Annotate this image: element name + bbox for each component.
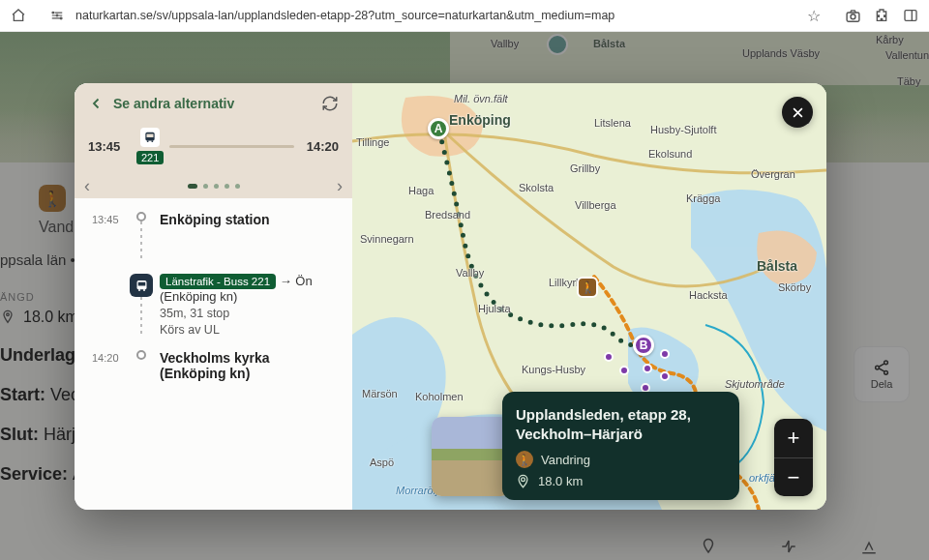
map-label: Kungs-Husby bbox=[522, 364, 585, 375]
map-label: Mil. övn.fält bbox=[454, 93, 508, 104]
trail-marker-icon[interactable]: 🚶 bbox=[577, 277, 598, 298]
close-icon[interactable] bbox=[782, 97, 813, 128]
star-icon[interactable]: ☆ bbox=[803, 5, 824, 26]
svg-rect-15 bbox=[137, 281, 145, 285]
next-trip[interactable]: › bbox=[337, 176, 343, 196]
marker-b[interactable]: B bbox=[633, 335, 654, 356]
step-end: 14:20 Veckholms kyrka (Enköping kn) bbox=[92, 350, 339, 381]
address-bar[interactable]: naturkartan.se/sv/uppsala-lan/upplandsle… bbox=[37, 1, 834, 30]
map-poi[interactable] bbox=[604, 352, 614, 362]
svg-point-19 bbox=[522, 478, 525, 482]
map-poi[interactable] bbox=[619, 366, 629, 375]
bus-icon bbox=[140, 128, 160, 147]
step-bus: Länstrafik - Buss 221 → Ön (Enköping kn)… bbox=[92, 274, 339, 337]
map-label: Tillinge bbox=[356, 136, 389, 148]
transit-modal: Se andra alternativ 13:45 221 14:20 bbox=[75, 83, 826, 510]
svg-point-13 bbox=[152, 140, 154, 142]
marker-a[interactable]: A bbox=[428, 118, 449, 139]
trail-category: 🚶 Vandring bbox=[516, 451, 726, 468]
start-station: Enköping station bbox=[160, 212, 339, 227]
trail-thumbnail[interactable] bbox=[432, 417, 511, 496]
map-label: Hacksta bbox=[689, 289, 728, 301]
map-label: Villberga bbox=[575, 199, 616, 211]
map-label: Haga bbox=[408, 185, 434, 196]
extensions-icon[interactable] bbox=[871, 5, 892, 26]
map-label: Skjutområde bbox=[725, 378, 785, 390]
bus-operator: Körs av UL bbox=[160, 323, 339, 337]
zoom-controls: + − bbox=[774, 419, 813, 496]
map-label: Grillby bbox=[570, 162, 600, 174]
svg-point-17 bbox=[143, 288, 145, 290]
trail-info-card[interactable]: Upplandsleden, etapp 28, Veckholm–Härjar… bbox=[502, 392, 739, 500]
bus-route-tag: Länstrafik - Buss 221 bbox=[160, 274, 276, 289]
home-icon[interactable] bbox=[8, 5, 29, 26]
transit-panel: Se andra alternativ 13:45 221 14:20 bbox=[75, 83, 352, 510]
step-list: 13:45 Enköping station Länstrafik - Buss… bbox=[75, 198, 352, 510]
map-label: Skolsta bbox=[519, 182, 554, 193]
map-poi[interactable] bbox=[660, 371, 670, 381]
map-label: Ekolsund bbox=[648, 148, 692, 160]
map-poi[interactable] bbox=[643, 364, 652, 373]
map-label: Litslena bbox=[594, 117, 631, 129]
svg-point-1 bbox=[56, 15, 58, 16]
svg-point-16 bbox=[138, 288, 140, 290]
trip-pager: ‹ › bbox=[75, 178, 352, 198]
trail-title: Upplandsleden, etapp 28, Veckholm–Härjar… bbox=[516, 405, 726, 443]
bus-chip: 221 bbox=[136, 128, 164, 164]
map[interactable]: Enköping Bålsta Haga Bredsand Svinnegarn… bbox=[352, 83, 826, 510]
map-label: Koholmen bbox=[415, 391, 464, 402]
step-start: 13:45 Enköping station bbox=[92, 212, 339, 260]
zoom-out-button[interactable]: − bbox=[774, 457, 813, 496]
trip-summary[interactable]: 13:45 221 14:20 bbox=[75, 124, 352, 178]
pager-dots bbox=[188, 184, 240, 189]
browser-bar: naturkartan.se/sv/uppsala-lan/upplandsle… bbox=[0, 0, 929, 32]
back-button[interactable]: Se andra alternativ bbox=[88, 95, 234, 112]
url-text: naturkartan.se/sv/uppsala-lan/upplandsle… bbox=[75, 9, 614, 22]
bus-icon bbox=[130, 274, 153, 297]
hiker-icon: 🚶 bbox=[516, 451, 533, 468]
sidepanel-icon[interactable] bbox=[900, 5, 921, 26]
map-label: Bredsand bbox=[425, 209, 470, 221]
depart-time: 13:45 bbox=[88, 139, 127, 154]
map-label: Svinnegarn bbox=[360, 233, 414, 245]
trail-length: 18.0 km bbox=[516, 474, 726, 488]
arrive-time: 14:20 bbox=[300, 139, 339, 154]
map-label: Bålsta bbox=[757, 258, 797, 274]
svg-point-12 bbox=[147, 140, 149, 142]
map-label: Hjulsta bbox=[478, 303, 511, 314]
map-label: Märsön bbox=[362, 388, 398, 399]
map-label: Husby-Sjutolft bbox=[650, 124, 716, 135]
map-label: Aspö bbox=[370, 457, 394, 468]
map-label: Krägga bbox=[686, 192, 720, 204]
svg-rect-11 bbox=[147, 134, 154, 138]
map-label: Övergran bbox=[751, 168, 795, 180]
zoom-in-button[interactable]: + bbox=[774, 419, 813, 457]
map-label: Enköping bbox=[449, 112, 511, 128]
bus-number-badge: 221 bbox=[136, 151, 164, 164]
map-label: Vallby bbox=[456, 267, 484, 279]
site-settings-icon[interactable] bbox=[46, 5, 68, 26]
prev-trip[interactable]: ‹ bbox=[84, 176, 90, 196]
camera-icon[interactable] bbox=[842, 5, 863, 26]
trip-line bbox=[169, 145, 294, 148]
end-station: Veckholms kyrka (Enköping kn) bbox=[160, 350, 339, 381]
map-poi[interactable] bbox=[660, 349, 670, 359]
refresh-icon[interactable] bbox=[321, 95, 339, 112]
bus-duration: 35m, 31 stop bbox=[160, 307, 339, 320]
map-label: Skörby bbox=[778, 281, 811, 293]
svg-point-4 bbox=[851, 14, 855, 18]
svg-rect-5 bbox=[905, 11, 916, 21]
